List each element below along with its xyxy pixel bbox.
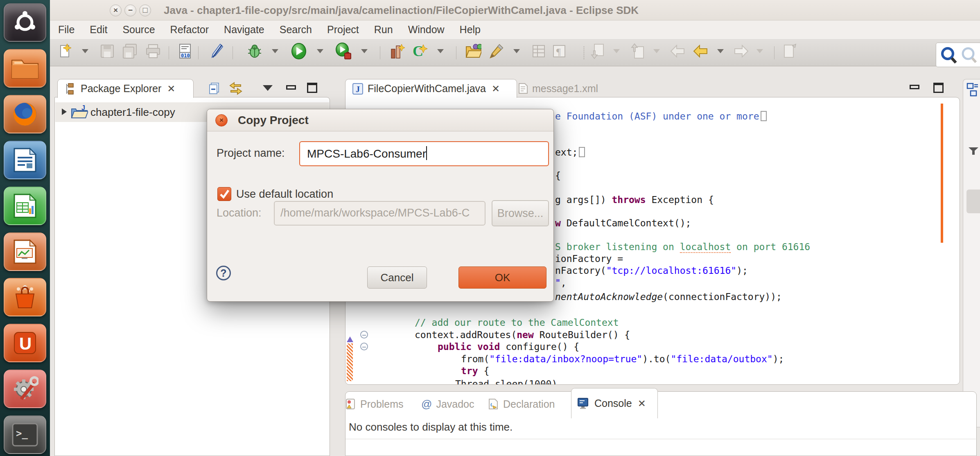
restore-outline-icon[interactable] [966,83,979,101]
menu-item-help[interactable]: Help [460,24,481,36]
print-icon[interactable] [145,43,161,59]
code-line[interactable]: w DefaultCamelContext(); [555,217,691,229]
ok-button[interactable]: OK [458,266,546,289]
code-line[interactable]: try { [461,365,489,377]
view-menu-icon[interactable] [262,84,273,92]
dialog-titlebar[interactable]: × Copy Project [207,109,553,131]
project-name-input[interactable]: MPCS-Lab6-Consumer [299,141,549,166]
dock-item-system-settings[interactable] [4,370,46,408]
coverage-icon[interactable] [389,43,405,59]
new-java-icon[interactable] [488,43,504,59]
tab-declaration[interactable]: Declaration [488,395,555,413]
editor-tab-message1[interactable]: message1.xml [518,79,608,98]
use-default-location-label[interactable]: Use default location [236,188,333,201]
binary-file-icon[interactable]: 010 [177,43,193,59]
filter-icon[interactable] [968,147,979,155]
mini-scroll-thumb[interactable] [966,190,980,213]
editor-tab-filecopierwithcamel[interactable]: J FileCopierWithCamel.java ✕ [345,79,517,98]
editor-tab-close-icon[interactable]: ✕ [492,83,500,95]
debug-dropdown-icon[interactable] [267,43,283,59]
code-line[interactable]: ", [555,277,567,289]
menu-item-refactor[interactable]: Refactor [170,24,209,36]
expand-arrow-icon[interactable] [61,108,68,116]
back-icon[interactable] [693,43,709,59]
menu-item-edit[interactable]: Edit [90,24,107,36]
code-line[interactable]: e Foundation (ASF) under one or more [555,110,767,122]
back-dropdown-icon[interactable] [712,43,729,59]
next-annotation-icon[interactable] [589,43,606,59]
code-line[interactable]: ionFactory = [555,253,623,265]
code-line[interactable]: S broker listening on localhost on port … [555,241,810,253]
use-default-location-checkbox[interactable] [217,187,231,201]
table-icon[interactable] [531,43,547,59]
editor-maximize-icon[interactable] [933,83,944,93]
tab-console[interactable]: Console ✕ [571,388,658,418]
tab-javadoc[interactable]: @ Javadoc [421,395,474,413]
code-line[interactable]: Thread.sleep(1000) [455,378,557,385]
menu-item-source[interactable]: Source [122,24,155,36]
code-line[interactable]: nFactory("tcp://localhost:61616"); [555,264,748,277]
dock-item-libreoffice-calc[interactable] [4,187,46,225]
code-line[interactable]: from("file:data/inbox?noop=true").to("fi… [461,353,784,365]
next-dropdown-icon[interactable] [608,43,625,59]
dock-item-ubuntu-launcher[interactable] [4,3,46,42]
dock-item-files[interactable] [4,49,46,88]
menu-item-file[interactable]: File [58,24,75,36]
external-tools-dropdown-icon[interactable] [356,43,373,59]
window-titlebar[interactable]: × − □ Java - chapter1-file-copy/src/main… [50,0,980,20]
mark-occurrences-icon[interactable] [209,43,225,59]
pin-editor-icon[interactable] [782,43,798,59]
dock-item-ubuntu-one[interactable]: U [4,324,46,362]
external-tools-icon[interactable] [335,43,351,59]
collapse-all-icon[interactable] [208,82,222,96]
menu-item-navigate[interactable]: Navigate [224,24,264,36]
dock-item-terminal[interactable]: >_ [4,415,46,454]
code-line[interactable]: public void configure() { [438,341,579,353]
dock-item-software-center[interactable] [4,278,46,316]
new-dropdown-icon[interactable] [77,43,93,59]
run-dropdown-icon[interactable] [312,43,328,59]
link-with-editor-icon[interactable] [228,81,244,97]
save-icon[interactable] [99,43,115,59]
fold-icon[interactable] [360,331,368,339]
editor-minimize-icon[interactable] [910,85,919,89]
prev-annotation-icon[interactable] [630,43,646,59]
cancel-button[interactable]: Cancel [367,266,427,289]
tree-item-label[interactable]: chapter1-file-copy [90,106,175,119]
code-line[interactable]: nentAutoAcknowledge(connectionFactory)); [555,291,782,303]
window-close-button[interactable]: × [110,5,122,16]
minimize-view-icon[interactable] [286,85,296,90]
menu-item-search[interactable]: Search [280,24,312,36]
pilcrow-icon[interactable]: ¶ [551,43,567,59]
forward-icon[interactable] [733,43,749,59]
package-explorer-close-icon[interactable]: ✕ [167,83,175,95]
prev-dropdown-icon[interactable] [648,43,665,59]
new-wizard-icon[interactable] [57,43,74,59]
tab-problems[interactable]: Problems [345,395,404,413]
menu-item-project[interactable]: Project [327,24,359,36]
code-line[interactable]: // add our route to the CamelContext [415,316,619,329]
console-close-icon[interactable]: ✕ [638,398,646,409]
fold-icon[interactable] [360,343,368,350]
window-maximize-button[interactable]: □ [139,5,151,16]
open-type-icon[interactable] [465,43,481,59]
last-edit-icon[interactable] [670,43,686,59]
window-minimize-button[interactable]: − [124,5,136,16]
coverage-dropdown-icon[interactable] [432,43,449,59]
coverage-c-icon[interactable]: C [412,43,428,59]
dock-item-libreoffice-writer[interactable] [4,141,46,179]
java-dropdown-icon[interactable] [508,43,525,59]
package-explorer-tab[interactable]: Package Explorer ✕ [57,79,194,98]
run-icon[interactable] [291,43,307,59]
dock-item-firefox[interactable] [4,95,46,133]
maximize-view-icon[interactable] [307,83,317,93]
save-all-icon[interactable] [122,43,138,59]
dialog-close-button[interactable]: × [215,114,228,126]
code-line[interactable]: { [555,169,561,182]
menu-item-run[interactable]: Run [374,24,393,36]
code-line[interactable]: ext; [555,146,585,158]
code-line[interactable]: g args[]) throws Exception { [555,194,714,206]
debug-icon[interactable] [246,43,263,59]
help-button[interactable]: ? [216,266,231,280]
forward-dropdown-icon[interactable] [752,43,768,59]
